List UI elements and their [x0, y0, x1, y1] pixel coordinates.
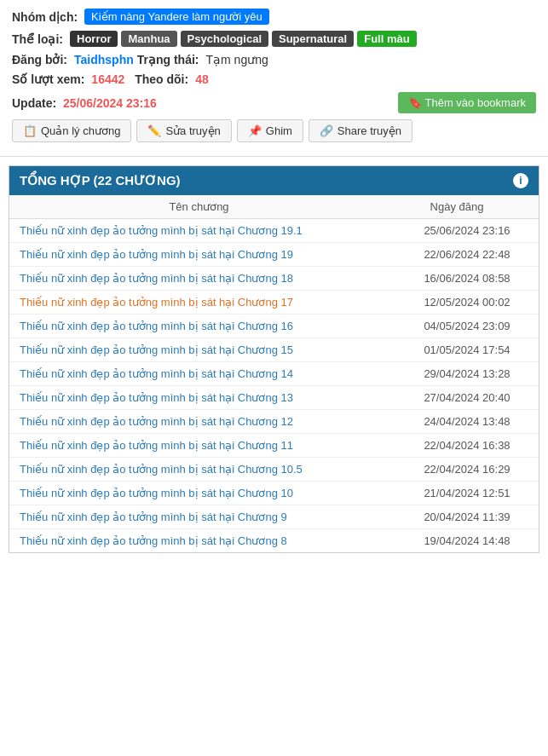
chapter-link[interactable]: Thiếu nữ xinh đẹp ảo tưởng mình bị sát h… [13, 343, 399, 356]
manage-label: Quản lý chương [41, 124, 120, 137]
views-count: 16442 [91, 72, 124, 86]
chapter-date: 19/04/2024 14:48 [399, 534, 535, 547]
update-info: Update: 25/06/2024 23:16 [12, 96, 157, 110]
pin-icon: 📌 [248, 124, 262, 137]
chapter-date: 01/05/2024 17:54 [399, 343, 535, 356]
chapter-date: 27/04/2024 20:40 [399, 391, 535, 404]
chapter-link[interactable]: Thiếu nữ xinh đẹp ảo tưởng mình bị sát h… [13, 296, 399, 309]
table-info-icon[interactable]: i [513, 173, 528, 188]
pin-label: Ghim [266, 124, 292, 137]
chapter-date: 04/05/2024 23:09 [399, 320, 535, 332]
chapter-link[interactable]: Thiếu nữ xinh đẹp ảo tưởng mình bị sát h… [13, 272, 399, 285]
chapter-link[interactable]: Thiếu nữ xinh đẹp ảo tưởng mình bị sát h… [13, 511, 399, 523]
uploader-row: Đăng bởi: Taidhsphn Trạng thái: Tạm ngưn… [12, 53, 536, 66]
pin-button[interactable]: 📌 Ghim [237, 119, 303, 142]
chapter-link[interactable]: Thiếu nữ xinh đẹp ảo tưởng mình bị sát h… [13, 439, 399, 452]
table-row: Thiếu nữ xinh đẹp ảo tưởng mình bị sát h… [9, 410, 539, 434]
edit-icon: ✏️ [147, 124, 161, 137]
table-row: Thiếu nữ xinh đẹp ảo tưởng mình bị sát h… [9, 529, 539, 552]
col-date-header: Ngày đăng [389, 200, 525, 213]
chapter-link[interactable]: Thiếu nữ xinh đẹp ảo tưởng mình bị sát h… [13, 248, 399, 261]
table-row: Thiếu nữ xinh đẹp ảo tưởng mình bị sát h… [9, 338, 539, 362]
chapter-date: 29/04/2024 13:28 [399, 367, 535, 380]
bookmark-label: Thêm vào bookmark [425, 96, 527, 109]
chapter-link[interactable]: Thiếu nữ xinh đẹp ảo tưởng mình bị sát h… [13, 534, 399, 547]
update-label: Update: [12, 96, 56, 110]
group-name-tag[interactable]: Kiếm nàng Yandere làm người yêu [84, 9, 269, 25]
status-label: Trạng thái: [137, 53, 199, 66]
share-label: Share truyện [337, 124, 401, 137]
manage-chapter-button[interactable]: 📋 Quản lý chương [12, 119, 131, 142]
chapter-date: 20/04/2024 11:39 [399, 511, 535, 523]
chapter-link[interactable]: Thiếu nữ xinh đẹp ảo tưởng mình bị sát h… [13, 391, 399, 404]
chapter-date: 16/06/2024 08:58 [399, 272, 535, 285]
table-row: Thiếu nữ xinh đẹp ảo tưởng mình bị sát h… [9, 386, 539, 410]
info-section: Nhóm dịch: Kiếm nàng Yandere làm người y… [0, 0, 548, 157]
chapter-link[interactable]: Thiếu nữ xinh đẹp ảo tưởng mình bị sát h… [13, 463, 399, 476]
tag-manhua[interactable]: Manhua [121, 31, 176, 47]
col-name-header: Tên chương [9, 200, 389, 213]
genre-label: Thể loại: [12, 32, 63, 46]
bookmark-button[interactable]: 🔖 Thêm vào bookmark [398, 92, 536, 113]
share-icon: 🔗 [320, 124, 333, 137]
chapter-link[interactable]: Thiếu nữ xinh đẹp ảo tưởng mình bị sát h… [13, 224, 399, 237]
follow-label: Theo dõi: [135, 72, 188, 86]
group-label: Nhóm dịch: [12, 10, 78, 24]
action-row: 📋 Quản lý chương ✏️ Sửa truyện 📌 Ghim 🔗 … [12, 119, 536, 142]
bookmark-icon: 🔖 [408, 96, 422, 109]
table-header: TỔNG HỢP (22 CHƯƠNG) i [9, 166, 539, 195]
table-row: Thiếu nữ xinh đẹp ảo tưởng mình bị sát h… [9, 434, 539, 458]
table-row: Thiếu nữ xinh đẹp ảo tưởng mình bị sát h… [9, 267, 539, 291]
chapter-date: 12/05/2024 00:02 [399, 296, 535, 309]
follow-count: 48 [195, 72, 209, 86]
table-title: TỔNG HỢP (22 CHƯƠNG) [20, 173, 181, 188]
table-row: Thiếu nữ xinh đẹp ảo tưởng mình bị sát h… [9, 315, 539, 338]
manage-icon: 📋 [23, 124, 37, 137]
update-date: 25/06/2024 23:16 [63, 96, 157, 110]
chapter-date: 22/06/2024 22:48 [399, 248, 535, 261]
edit-label: Sửa truyện [165, 124, 220, 137]
chapter-link[interactable]: Thiếu nữ xinh đẹp ảo tưởng mình bị sát h… [13, 367, 399, 380]
column-headers: Tên chương Ngày đăng [9, 195, 539, 219]
uploader-link[interactable]: Taidhsphn [74, 53, 134, 66]
tag-supernatural[interactable]: Supernatural [272, 31, 354, 47]
views-label: Số lượt xem: [12, 72, 84, 86]
chapter-link[interactable]: Thiếu nữ xinh đẹp ảo tưởng mình bị sát h… [13, 320, 399, 332]
status-value: Tạm ngưng [206, 53, 268, 66]
chapter-date: 24/04/2024 13:48 [399, 415, 535, 428]
edit-story-button[interactable]: ✏️ Sửa truyện [136, 119, 231, 142]
chapter-list: Thiếu nữ xinh đẹp ảo tưởng mình bị sát h… [9, 219, 539, 552]
table-row: Thiếu nữ xinh đẹp ảo tưởng mình bị sát h… [9, 243, 539, 267]
group-row: Nhóm dịch: Kiếm nàng Yandere làm người y… [12, 9, 536, 25]
table-row: Thiếu nữ xinh đẹp ảo tưởng mình bị sát h… [9, 362, 539, 386]
chapter-date: 22/04/2024 16:29 [399, 463, 535, 476]
chapter-table: TỔNG HỢP (22 CHƯƠNG) i Tên chương Ngày đ… [9, 165, 539, 553]
chapter-link[interactable]: Thiếu nữ xinh đẹp ảo tưởng mình bị sát h… [13, 415, 399, 428]
share-button[interactable]: 🔗 Share truyện [309, 119, 412, 142]
genre-row: Thể loại: Horror Manhua Psychological Su… [12, 31, 536, 47]
tag-fullmau[interactable]: Full màu [357, 31, 416, 47]
table-row: Thiếu nữ xinh đẹp ảo tưởng mình bị sát h… [9, 505, 539, 529]
chapter-date: 25/06/2024 23:16 [399, 224, 535, 237]
chapter-date: 21/04/2024 12:51 [399, 487, 535, 499]
table-row: Thiếu nữ xinh đẹp ảo tưởng mình bị sát h… [9, 458, 539, 482]
tag-horror[interactable]: Horror [70, 31, 118, 47]
update-bookmark-row: Update: 25/06/2024 23:16 🔖 Thêm vào book… [12, 92, 536, 113]
tag-psychological[interactable]: Psychological [181, 31, 268, 47]
chapter-link[interactable]: Thiếu nữ xinh đẹp ảo tưởng mình bị sát h… [13, 487, 399, 499]
stats-row: Số lượt xem: 16442 Theo dõi: 48 [12, 72, 536, 86]
table-row: Thiếu nữ xinh đẹp ảo tưởng mình bị sát h… [9, 291, 539, 315]
uploader-label: Đăng bởi: [12, 53, 67, 66]
table-row: Thiếu nữ xinh đẹp ảo tưởng mình bị sát h… [9, 219, 539, 243]
table-row: Thiếu nữ xinh đẹp ảo tưởng mình bị sát h… [9, 482, 539, 505]
chapter-date: 22/04/2024 16:38 [399, 439, 535, 452]
